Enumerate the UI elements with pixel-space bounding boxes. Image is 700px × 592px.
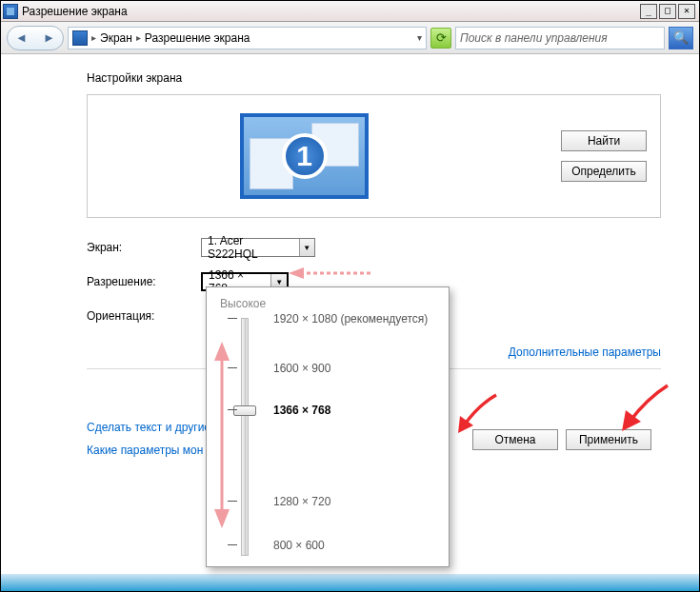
search-placeholder: Поиск в панели управления <box>460 31 608 45</box>
row-screen: Экран: 1. Acer S222HQL ▼ <box>87 237 661 258</box>
resolution-label: Разрешение: <box>87 275 201 288</box>
slider-tick <box>228 318 237 319</box>
address-bar[interactable]: ▸ Экран ▸ Разрешение экрана ▾ <box>68 27 427 49</box>
minimize-button[interactable]: _ <box>640 4 657 19</box>
search-input[interactable]: Поиск в панели управления <box>455 27 665 49</box>
resolution-option[interactable]: 1920 × 1080 (рекомендуется) <box>273 312 428 326</box>
refresh-icon: ⟳ <box>436 30 447 45</box>
breadcrumb-screen[interactable]: Экран <box>100 31 132 45</box>
chevron-right-icon: ▸ <box>136 32 141 43</box>
page-heading: Настройки экрана <box>87 71 661 85</box>
slider-tick <box>228 367 237 368</box>
taskbar <box>1 574 699 591</box>
find-button[interactable]: Найти <box>561 130 647 151</box>
cancel-button[interactable]: Отмена <box>472 429 558 450</box>
resolution-option[interactable]: 1600 × 900 <box>273 362 330 375</box>
popup-label: Высокое <box>220 297 435 310</box>
forward-icon: ► <box>43 30 55 45</box>
resolution-option[interactable]: 1366 × 768 <box>273 404 330 417</box>
monitor-preview[interactable]: 1 <box>240 113 369 199</box>
back-icon: ◄ <box>15 30 28 45</box>
window-title: Разрешение экрана <box>22 5 128 18</box>
slider-tick <box>228 501 237 502</box>
close-button[interactable]: ✕ <box>678 4 695 19</box>
screen-label: Экран: <box>87 241 201 254</box>
slider-tick <box>228 409 237 410</box>
slider-tick <box>228 544 237 545</box>
resolution-popup[interactable]: Высокое 1920 × 1080 (рекомендуется)1600 … <box>206 286 450 567</box>
monitor-preview-box: 1 Найти Определить <box>87 94 661 218</box>
nav-back-forward[interactable]: ◄ ► <box>7 26 64 50</box>
advanced-link[interactable]: Дополнительные параметры <box>509 345 661 359</box>
app-icon <box>3 4 18 19</box>
maximize-button[interactable]: □ <box>659 4 676 19</box>
nav-bar: ◄ ► ▸ Экран ▸ Разрешение экрана ▾ ⟳ Поис… <box>1 22 699 54</box>
chevron-down-icon: ▼ <box>299 239 314 256</box>
detect-button[interactable]: Определить <box>561 161 647 182</box>
slider-thumb[interactable] <box>233 405 256 416</box>
resolution-option[interactable]: 800 × 600 <box>273 539 325 552</box>
refresh-button[interactable]: ⟳ <box>430 28 451 49</box>
screen-value: 1. Acer S222HQL <box>202 234 299 261</box>
resolution-option[interactable]: 1280 × 720 <box>273 495 330 508</box>
title-bar: Разрешение экрана _ □ ✕ <box>1 1 699 22</box>
apply-button[interactable]: Применить <box>566 429 651 450</box>
chevron-right-icon: ▸ <box>91 32 96 43</box>
chevron-down-icon[interactable]: ▾ <box>417 32 422 43</box>
monitor-icon <box>72 30 88 46</box>
monitor-number-badge: 1 <box>282 133 328 179</box>
orientation-label: Ориентация: <box>87 309 201 323</box>
search-icon: 🔍 <box>673 30 689 45</box>
breadcrumb-resolution[interactable]: Разрешение экрана <box>145 31 250 45</box>
slider-track[interactable] <box>241 318 249 556</box>
screen-select[interactable]: 1. Acer S222HQL ▼ <box>201 238 315 257</box>
search-button[interactable]: 🔍 <box>669 27 693 49</box>
